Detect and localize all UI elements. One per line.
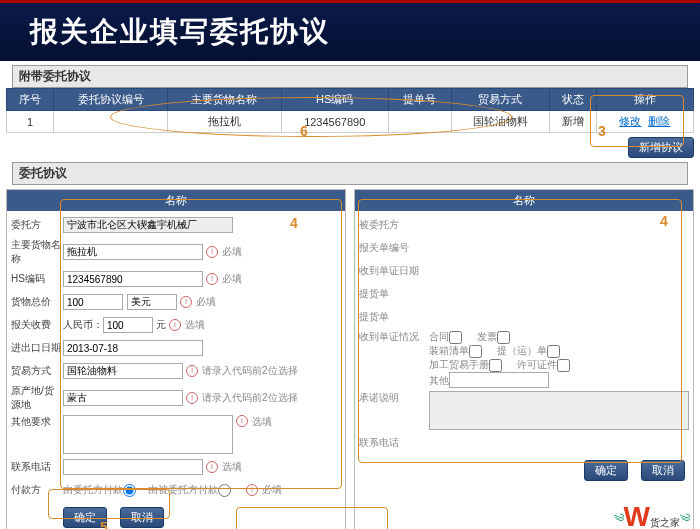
license-checkbox[interactable] [557,359,570,372]
delete-link[interactable]: 删除 [648,115,670,127]
pay-opt2-label[interactable]: 由被委托方付款 [148,483,233,497]
th-idx: 序号 [7,89,54,111]
watermark-logo-icon: W [624,501,650,529]
laurel-right-icon: ༄ [680,508,690,529]
packing-checkbox[interactable] [469,345,482,358]
pay-opt1-radio[interactable] [123,484,136,497]
required-icon: ! [186,392,198,404]
other-cert-input[interactable] [449,372,549,388]
pay-label: 付款方 [11,483,63,497]
fee-input[interactable] [103,317,153,333]
watermark: ༄W货之家༄ 51w2c.com [614,501,690,529]
cell-goods: 拖拉机 [168,111,282,133]
required-hint: 必填 [262,483,282,497]
required-icon: ! [186,365,198,377]
required-icon: ! [206,273,218,285]
pay-opt1-label[interactable]: 由委托方付款 [63,483,138,497]
right-panel: 名称 被委托方 报关单编号 收到单证日期 提货单 提货单 收到单证情况 合同 发… [354,189,694,529]
cell-bill [388,111,452,133]
optional-icon: i [236,415,248,427]
required-hint: 必填 [222,272,242,286]
hs-input[interactable] [63,271,203,287]
left-cancel-button[interactable]: 取消 [120,507,164,528]
date-label: 进出口日期 [11,341,63,355]
origin-hint: 请录入代码前2位选择 [202,391,298,405]
origin-input[interactable] [63,390,183,406]
section-agreement-form: 委托协议 [12,162,688,185]
th-trade: 贸易方式 [452,89,549,111]
trade-input[interactable] [63,363,183,379]
other-cert-label: 其他 [429,375,449,386]
manual-checkbox[interactable] [489,359,502,372]
trade-hint: 请录入代码前2位选择 [202,364,298,378]
fee-unit: 元 [156,318,166,332]
right-cancel-button[interactable]: 取消 [641,460,685,481]
contract-checkbox[interactable] [449,331,462,344]
left-confirm-button[interactable]: 确定 [63,507,107,528]
invoice-checkbox[interactable] [497,331,510,344]
edit-link[interactable]: 修改 [619,115,641,127]
left-panel: 名称 委托方 主要货物名称 ! 必填 HS编码 ! 必填 [6,189,346,529]
other-req-textarea[interactable] [63,415,233,454]
cell-idx: 1 [7,111,54,133]
agreements-table: 序号 委托协议编号 主要货物名称 HS编码 提单号 贸易方式 状态 操作 1 拖… [6,88,694,133]
cell-ops: 修改 删除 [596,111,693,133]
required-icon: ! [246,484,258,496]
other-label: 其他要求 [11,415,63,429]
optional-icon: i [206,461,218,473]
trade-label: 贸易方式 [11,364,63,378]
table-row: 1 拖拉机 1234567890 国轮油物料 新增 修改 删除 [7,111,694,133]
th-bill: 提单号 [388,89,452,111]
phone-input[interactable] [63,459,203,475]
optional-icon: i [169,319,181,331]
date-input[interactable] [63,340,203,356]
new-agreement-button[interactable]: 新增协议 [628,137,694,158]
note-label: 承诺说明 [359,391,429,405]
cell-hs: 1234567890 [281,111,388,133]
phone-label: 联系电话 [11,460,63,474]
total-unit-input[interactable] [127,294,177,310]
packing-label: 装箱清单 [429,345,469,356]
hand-label: 提货单 [359,310,429,324]
goods-label: 主要货物名称 [11,238,63,266]
cell-trade: 国轮油物料 [452,111,549,133]
pay-opt2-radio[interactable] [218,484,231,497]
permit-checkbox[interactable] [547,345,560,358]
th-agreement-no: 委托协议编号 [54,89,168,111]
right-phone-label: 联系电话 [359,436,429,450]
goods-input[interactable] [63,244,203,260]
bill-no-label: 报关单编号 [359,241,429,255]
cert-label: 收到单证情况 [359,330,429,344]
optional-hint: 选填 [252,415,272,429]
total-input[interactable] [63,294,123,310]
hs-label: HS编码 [11,272,63,286]
invoice-label: 发票 [477,331,497,342]
th-ops: 操作 [596,89,693,111]
note-textarea[interactable] [429,391,689,430]
th-hs: HS编码 [281,89,388,111]
license-label: 许可证件 [517,359,557,370]
slide-header: 报关企业填写委托协议 [0,0,700,61]
fee-prefix: 人民币： [63,318,103,332]
receipt-date-label: 收到单证日期 [359,264,429,278]
laurel-left-icon: ༄ [614,508,624,529]
left-panel-head: 名称 [7,190,345,211]
bill-lading-label: 提货单 [359,287,429,301]
origin-label: 原产地/货源地 [11,384,63,412]
optional-hint: 选填 [185,318,205,332]
manual-label: 加工贸易手册 [429,359,489,370]
required-hint: 必填 [196,295,216,309]
right-confirm-button[interactable]: 确定 [584,460,628,481]
required-icon: ! [206,246,218,258]
cell-agreement-no [54,111,168,133]
slide-title: 报关企业填写委托协议 [30,13,670,51]
th-status: 状态 [549,89,596,111]
cell-status: 新增 [549,111,596,133]
contract-label: 合同 [429,331,449,342]
th-goods: 主要货物名称 [168,89,282,111]
required-hint: 必填 [222,245,242,259]
section-attached-agreements: 附带委托协议 [12,65,688,88]
entrustor-input[interactable] [63,217,233,233]
main-content: 附带委托协议 序号 委托协议编号 主要货物名称 HS编码 提单号 贸易方式 状态… [0,65,700,529]
permit-label: 提（运）单 [497,345,547,356]
